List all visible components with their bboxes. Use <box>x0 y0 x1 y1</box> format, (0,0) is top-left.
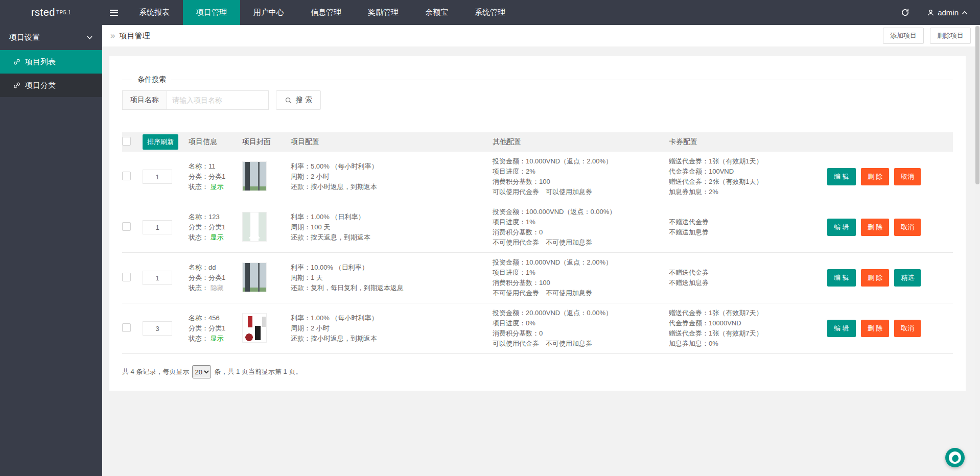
config-line: 利率：1.00% （每小时利率） <box>291 313 493 323</box>
other-line: 项目进度：1% <box>493 217 669 227</box>
link-icon <box>13 58 20 65</box>
pagination-prefix: 共 4 条记录，每页显示 <box>122 367 189 376</box>
project-table: 排序刷新 项目信息 项目封面 项目配置 其他配置 卡券配置 名称：11 分类：分… <box>122 132 953 354</box>
project-status-value: 显示 <box>211 233 224 241</box>
table-row: 名称：11 分类：分类1 状态： 显示 利率：5.00% （每小时利率）周期：2… <box>122 152 953 202</box>
row-action-button[interactable]: 编 辑 <box>827 269 856 287</box>
other-config-cell: 投资金额：20.000VND（返点：0.00%）项目进度：0%消费积分基数：0可… <box>493 308 669 349</box>
row-action-button[interactable]: 删 除 <box>861 219 890 236</box>
theme-fab-button[interactable] <box>945 448 965 467</box>
sort-order-input[interactable] <box>143 220 172 234</box>
project-info-cell: 名称：456 分类：分类1 状态： 显示 <box>189 313 242 344</box>
project-status: 状态： 显示 <box>189 232 242 243</box>
nav-item[interactable]: 用户中心 <box>240 0 297 25</box>
nav-item[interactable]: 信息管理 <box>297 0 355 25</box>
project-status-value: 显示 <box>211 183 224 191</box>
config-line: 周期：100 天 <box>291 222 493 232</box>
table-body: 名称：11 分类：分类1 状态： 显示 利率：5.00% （每小时利率）周期：2… <box>122 152 953 354</box>
menu-toggle-icon[interactable] <box>102 0 126 25</box>
project-info-cell: 名称：123 分类：分类1 状态： 显示 <box>189 212 242 243</box>
cards-line: 赠送代金券：1张（有效期1天） <box>669 156 827 166</box>
sidebar-item[interactable]: 项目列表 <box>0 50 102 74</box>
search-field-label: 项目名称 <box>122 90 167 110</box>
project-cover-image <box>242 212 267 242</box>
other-line: 投资金额：10.000VND（返点：2.00%） <box>493 257 669 268</box>
row-checkbox[interactable] <box>122 273 131 281</box>
row-action-button[interactable]: 编 辑 <box>827 219 856 236</box>
sidebar-item[interactable]: 项目分类 <box>0 74 102 97</box>
row-action-button[interactable]: 删 除 <box>861 168 890 185</box>
app-logo: rstedTP5.1 <box>0 0 102 25</box>
other-config-cell: 投资金额：10.000VND（返点：2.00%）项目进度：2%消费积分基数：10… <box>493 156 669 197</box>
chevron-down-icon <box>86 35 93 40</box>
search-icon <box>285 97 292 104</box>
sort-order-input[interactable] <box>143 321 172 336</box>
other-line: 项目进度：1% <box>493 268 669 278</box>
sidebar-item-label: 项目列表 <box>25 57 56 67</box>
card-config-cell: 赠送代金券：1张（有效期7天）代金券金额：10000VND赠送代金券：1张（有效… <box>669 308 827 349</box>
row-action-button[interactable]: 删 除 <box>861 269 890 287</box>
card-config-cell: 不赠送代金券不赠送加息券 <box>669 217 827 237</box>
table-row: 名称：dd 分类：分类1 状态： 隐藏 利率：10.00% （日利率）周期：1 … <box>122 253 953 303</box>
other-line: 可以使用代金券 可以使用加息券 <box>493 187 669 197</box>
row-action-button[interactable]: 取消 <box>894 168 921 185</box>
sort-order-input[interactable] <box>143 271 172 285</box>
main-nav: 系统报表项目管理用户中心信息管理奖励管理余额宝系统管理 <box>126 0 519 25</box>
project-info-cell: 名称：dd 分类：分类1 状态： 隐藏 <box>189 263 242 293</box>
other-line: 项目进度：0% <box>493 318 669 328</box>
row-action-button[interactable]: 精选 <box>894 269 921 287</box>
other-line: 消费积分基数：0 <box>493 328 669 339</box>
config-line: 还款：按天返息，到期返本 <box>291 232 493 243</box>
row-checkbox[interactable] <box>122 222 131 231</box>
nav-item[interactable]: 项目管理 <box>183 0 240 25</box>
project-status: 状态： 显示 <box>189 334 242 344</box>
refresh-icon[interactable] <box>901 8 909 17</box>
row-action-button[interactable]: 取消 <box>894 320 921 337</box>
row-action-button[interactable]: 编 辑 <box>827 168 856 185</box>
search-button[interactable]: 搜 索 <box>276 90 321 110</box>
table-row: 名称：456 分类：分类1 状态： 显示 利率：1.00% （每小时利率）周期：… <box>122 303 953 354</box>
add-project-button[interactable]: 添加项目 <box>883 28 924 44</box>
nav-item[interactable]: 奖励管理 <box>355 0 412 25</box>
nav-item[interactable]: 系统管理 <box>461 0 519 25</box>
sort-refresh-button[interactable]: 排序刷新 <box>143 134 178 150</box>
other-config-cell: 投资金额：100.000VND（返点：0.00%）项目进度：1%消费积分基数：0… <box>493 207 669 248</box>
nav-item[interactable]: 余额宝 <box>412 0 461 25</box>
project-name: 名称：dd <box>189 263 242 273</box>
select-all-checkbox[interactable] <box>122 137 131 146</box>
sort-order-input[interactable] <box>143 170 172 184</box>
project-category: 分类：分类1 <box>189 222 242 232</box>
sidebar-group-project-settings[interactable]: 项目设置 <box>0 25 102 50</box>
cards-line: 代金券金额：10000VND <box>669 318 827 328</box>
cards-line: 代金券金额：100VND <box>669 166 827 177</box>
breadcrumb-bar: » 项目管理 添加项目 删除项目 <box>102 25 980 46</box>
page-size-select[interactable]: 20 <box>192 365 211 378</box>
cards-line: 赠送代金券：1张（有效期7天） <box>669 308 827 318</box>
config-line: 周期：2 小时 <box>291 323 493 334</box>
config-line: 利率：5.00% （每小时利率） <box>291 161 493 172</box>
pagination: 共 4 条记录，每页显示 20 条，共 1 页当前显示第 1 页。 <box>122 365 953 378</box>
row-actions-cell: 编 辑删 除取消 <box>827 320 953 337</box>
user-icon <box>927 9 935 16</box>
other-line: 可以使用代金券 不可使用加息券 <box>493 339 669 349</box>
row-action-button[interactable]: 删 除 <box>861 320 890 337</box>
user-menu[interactable]: admin <box>927 8 968 17</box>
cards-line: 不赠送加息券 <box>669 278 827 288</box>
row-checkbox[interactable] <box>122 172 131 180</box>
main-area: 条件搜索 项目名称 搜 索 排序刷新 项目信息 项目封面 项目配置 其他配置 <box>102 46 975 476</box>
row-action-button[interactable]: 编 辑 <box>827 320 856 337</box>
row-actions-cell: 编 辑删 除取消 <box>827 219 953 236</box>
row-action-button[interactable]: 取消 <box>894 219 921 236</box>
project-name-input[interactable] <box>167 90 269 110</box>
row-checkbox[interactable] <box>122 323 131 332</box>
card-config-cell: 赠送代金券：1张（有效期1天）代金券金额：100VND赠送代金券：2张（有效期1… <box>669 156 827 197</box>
nav-item[interactable]: 系统报表 <box>126 0 183 25</box>
project-config-cell: 利率：1.00% （日利率）周期：100 天还款：按天返息，到期返本 <box>291 212 493 243</box>
page-title: 项目管理 <box>119 31 150 41</box>
other-line: 项目进度：2% <box>493 166 669 177</box>
delete-project-button[interactable]: 删除项目 <box>930 28 971 44</box>
top-navbar: rstedTP5.1 系统报表项目管理用户中心信息管理奖励管理余额宝系统管理 a… <box>0 0 980 25</box>
project-category: 分类：分类1 <box>189 323 242 334</box>
scrollbar-thumb[interactable] <box>975 26 979 184</box>
vertical-scrollbar[interactable] <box>975 25 980 476</box>
